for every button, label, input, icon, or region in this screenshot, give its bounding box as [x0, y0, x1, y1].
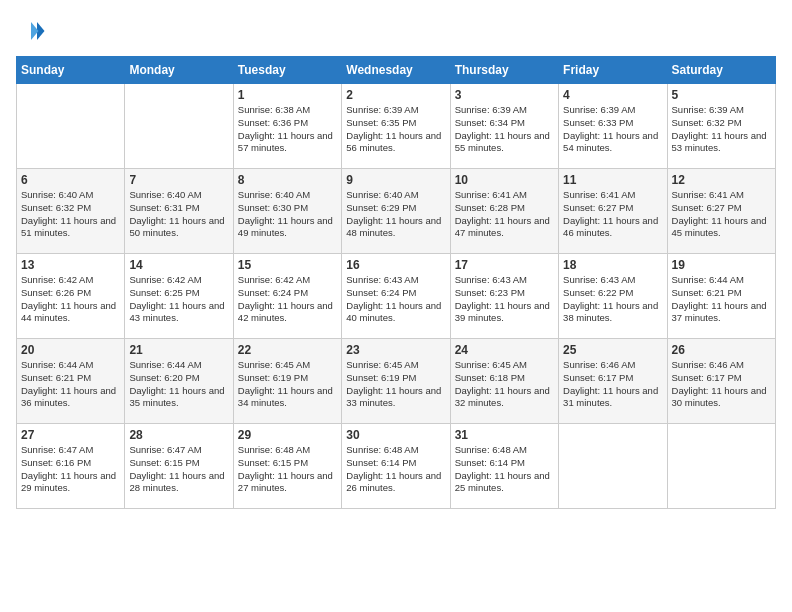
day-info: Sunrise: 6:48 AM Sunset: 6:14 PM Dayligh… [346, 444, 445, 495]
calendar-cell: 27Sunrise: 6:47 AM Sunset: 6:16 PM Dayli… [17, 424, 125, 509]
day-info: Sunrise: 6:47 AM Sunset: 6:15 PM Dayligh… [129, 444, 228, 495]
column-header-sunday: Sunday [17, 57, 125, 84]
day-info: Sunrise: 6:45 AM Sunset: 6:18 PM Dayligh… [455, 359, 554, 410]
day-number: 12 [672, 173, 771, 187]
day-info: Sunrise: 6:40 AM Sunset: 6:29 PM Dayligh… [346, 189, 445, 240]
calendar-cell [667, 424, 775, 509]
calendar-cell: 29Sunrise: 6:48 AM Sunset: 6:15 PM Dayli… [233, 424, 341, 509]
day-info: Sunrise: 6:44 AM Sunset: 6:21 PM Dayligh… [672, 274, 771, 325]
day-info: Sunrise: 6:48 AM Sunset: 6:15 PM Dayligh… [238, 444, 337, 495]
calendar-cell: 5Sunrise: 6:39 AM Sunset: 6:32 PM Daylig… [667, 84, 775, 169]
day-number: 31 [455, 428, 554, 442]
day-number: 20 [21, 343, 120, 357]
day-number: 5 [672, 88, 771, 102]
calendar-cell: 25Sunrise: 6:46 AM Sunset: 6:17 PM Dayli… [559, 339, 667, 424]
calendar-cell: 2Sunrise: 6:39 AM Sunset: 6:35 PM Daylig… [342, 84, 450, 169]
calendar-cell: 6Sunrise: 6:40 AM Sunset: 6:32 PM Daylig… [17, 169, 125, 254]
day-info: Sunrise: 6:39 AM Sunset: 6:32 PM Dayligh… [672, 104, 771, 155]
calendar-cell: 21Sunrise: 6:44 AM Sunset: 6:20 PM Dayli… [125, 339, 233, 424]
day-number: 8 [238, 173, 337, 187]
day-number: 29 [238, 428, 337, 442]
day-number: 28 [129, 428, 228, 442]
calendar-header-row: SundayMondayTuesdayWednesdayThursdayFrid… [17, 57, 776, 84]
calendar-cell: 30Sunrise: 6:48 AM Sunset: 6:14 PM Dayli… [342, 424, 450, 509]
calendar-cell: 9Sunrise: 6:40 AM Sunset: 6:29 PM Daylig… [342, 169, 450, 254]
day-info: Sunrise: 6:40 AM Sunset: 6:31 PM Dayligh… [129, 189, 228, 240]
day-number: 7 [129, 173, 228, 187]
day-info: Sunrise: 6:41 AM Sunset: 6:28 PM Dayligh… [455, 189, 554, 240]
day-number: 24 [455, 343, 554, 357]
day-number: 23 [346, 343, 445, 357]
day-number: 4 [563, 88, 662, 102]
day-number: 26 [672, 343, 771, 357]
day-info: Sunrise: 6:43 AM Sunset: 6:24 PM Dayligh… [346, 274, 445, 325]
column-header-friday: Friday [559, 57, 667, 84]
calendar-cell: 11Sunrise: 6:41 AM Sunset: 6:27 PM Dayli… [559, 169, 667, 254]
calendar-cell [125, 84, 233, 169]
day-info: Sunrise: 6:47 AM Sunset: 6:16 PM Dayligh… [21, 444, 120, 495]
calendar-cell: 3Sunrise: 6:39 AM Sunset: 6:34 PM Daylig… [450, 84, 558, 169]
calendar-week-row: 13Sunrise: 6:42 AM Sunset: 6:26 PM Dayli… [17, 254, 776, 339]
day-number: 15 [238, 258, 337, 272]
day-info: Sunrise: 6:39 AM Sunset: 6:33 PM Dayligh… [563, 104, 662, 155]
day-number: 18 [563, 258, 662, 272]
calendar-cell: 4Sunrise: 6:39 AM Sunset: 6:33 PM Daylig… [559, 84, 667, 169]
calendar-cell: 31Sunrise: 6:48 AM Sunset: 6:14 PM Dayli… [450, 424, 558, 509]
day-info: Sunrise: 6:44 AM Sunset: 6:20 PM Dayligh… [129, 359, 228, 410]
day-number: 19 [672, 258, 771, 272]
day-info: Sunrise: 6:45 AM Sunset: 6:19 PM Dayligh… [238, 359, 337, 410]
day-info: Sunrise: 6:46 AM Sunset: 6:17 PM Dayligh… [672, 359, 771, 410]
calendar-cell: 10Sunrise: 6:41 AM Sunset: 6:28 PM Dayli… [450, 169, 558, 254]
day-number: 17 [455, 258, 554, 272]
calendar-cell: 14Sunrise: 6:42 AM Sunset: 6:25 PM Dayli… [125, 254, 233, 339]
day-info: Sunrise: 6:44 AM Sunset: 6:21 PM Dayligh… [21, 359, 120, 410]
day-info: Sunrise: 6:43 AM Sunset: 6:22 PM Dayligh… [563, 274, 662, 325]
day-info: Sunrise: 6:40 AM Sunset: 6:32 PM Dayligh… [21, 189, 120, 240]
calendar-cell: 22Sunrise: 6:45 AM Sunset: 6:19 PM Dayli… [233, 339, 341, 424]
day-number: 11 [563, 173, 662, 187]
calendar-week-row: 6Sunrise: 6:40 AM Sunset: 6:32 PM Daylig… [17, 169, 776, 254]
day-info: Sunrise: 6:41 AM Sunset: 6:27 PM Dayligh… [672, 189, 771, 240]
day-info: Sunrise: 6:45 AM Sunset: 6:19 PM Dayligh… [346, 359, 445, 410]
day-number: 22 [238, 343, 337, 357]
column-header-thursday: Thursday [450, 57, 558, 84]
calendar-week-row: 20Sunrise: 6:44 AM Sunset: 6:21 PM Dayli… [17, 339, 776, 424]
day-info: Sunrise: 6:41 AM Sunset: 6:27 PM Dayligh… [563, 189, 662, 240]
calendar-cell: 1Sunrise: 6:38 AM Sunset: 6:36 PM Daylig… [233, 84, 341, 169]
column-header-tuesday: Tuesday [233, 57, 341, 84]
day-info: Sunrise: 6:46 AM Sunset: 6:17 PM Dayligh… [563, 359, 662, 410]
calendar-cell: 15Sunrise: 6:42 AM Sunset: 6:24 PM Dayli… [233, 254, 341, 339]
calendar-cell: 17Sunrise: 6:43 AM Sunset: 6:23 PM Dayli… [450, 254, 558, 339]
calendar-cell: 8Sunrise: 6:40 AM Sunset: 6:30 PM Daylig… [233, 169, 341, 254]
day-number: 21 [129, 343, 228, 357]
day-number: 27 [21, 428, 120, 442]
day-number: 13 [21, 258, 120, 272]
column-header-wednesday: Wednesday [342, 57, 450, 84]
day-info: Sunrise: 6:39 AM Sunset: 6:34 PM Dayligh… [455, 104, 554, 155]
calendar-cell: 19Sunrise: 6:44 AM Sunset: 6:21 PM Dayli… [667, 254, 775, 339]
calendar-cell: 16Sunrise: 6:43 AM Sunset: 6:24 PM Dayli… [342, 254, 450, 339]
calendar-cell: 18Sunrise: 6:43 AM Sunset: 6:22 PM Dayli… [559, 254, 667, 339]
day-number: 16 [346, 258, 445, 272]
calendar-cell: 20Sunrise: 6:44 AM Sunset: 6:21 PM Dayli… [17, 339, 125, 424]
day-number: 2 [346, 88, 445, 102]
day-number: 30 [346, 428, 445, 442]
column-header-monday: Monday [125, 57, 233, 84]
day-number: 6 [21, 173, 120, 187]
day-info: Sunrise: 6:48 AM Sunset: 6:14 PM Dayligh… [455, 444, 554, 495]
calendar-week-row: 27Sunrise: 6:47 AM Sunset: 6:16 PM Dayli… [17, 424, 776, 509]
day-info: Sunrise: 6:43 AM Sunset: 6:23 PM Dayligh… [455, 274, 554, 325]
day-number: 14 [129, 258, 228, 272]
day-number: 3 [455, 88, 554, 102]
calendar-cell [559, 424, 667, 509]
calendar-cell: 28Sunrise: 6:47 AM Sunset: 6:15 PM Dayli… [125, 424, 233, 509]
page-header [16, 16, 776, 46]
day-info: Sunrise: 6:42 AM Sunset: 6:26 PM Dayligh… [21, 274, 120, 325]
logo-icon [16, 16, 46, 46]
calendar-table: SundayMondayTuesdayWednesdayThursdayFrid… [16, 56, 776, 509]
calendar-cell [17, 84, 125, 169]
calendar-week-row: 1Sunrise: 6:38 AM Sunset: 6:36 PM Daylig… [17, 84, 776, 169]
day-info: Sunrise: 6:42 AM Sunset: 6:24 PM Dayligh… [238, 274, 337, 325]
day-number: 1 [238, 88, 337, 102]
calendar-cell: 12Sunrise: 6:41 AM Sunset: 6:27 PM Dayli… [667, 169, 775, 254]
